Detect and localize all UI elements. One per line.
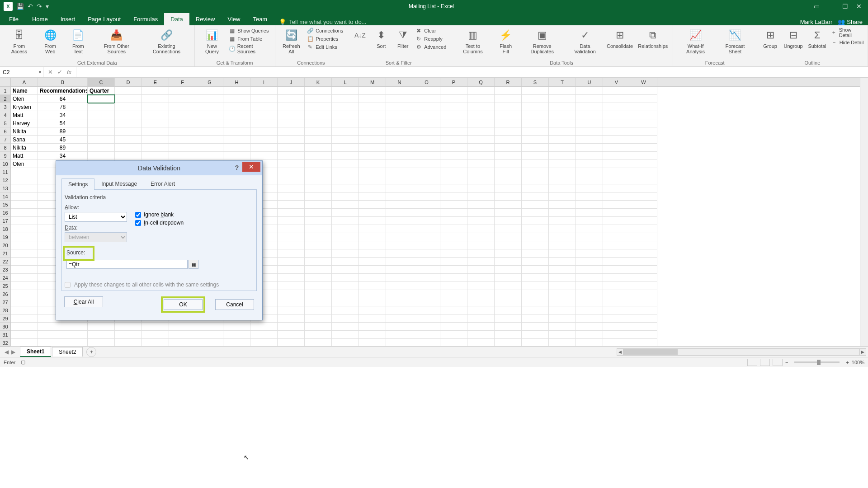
cell[interactable] [250, 103, 278, 111]
advanced-filter-button[interactable]: ⚙Advanced [415, 43, 446, 51]
cell[interactable] [440, 152, 467, 160]
cell[interactable] [250, 111, 278, 119]
row-header[interactable]: 27 [0, 298, 10, 306]
cell[interactable] [38, 323, 88, 331]
cell[interactable] [495, 87, 522, 95]
cell[interactable] [576, 249, 603, 258]
cell[interactable] [386, 152, 413, 160]
new-query-button[interactable]: 📊New Query [198, 27, 226, 55]
cell[interactable] [332, 152, 359, 160]
cell[interactable] [522, 241, 549, 249]
cell[interactable] [11, 201, 38, 209]
from-table-button[interactable]: ▦From Table [228, 35, 271, 42]
cell[interactable] [115, 87, 142, 95]
cell[interactable] [278, 241, 305, 249]
cell[interactable] [603, 217, 630, 225]
cell[interactable] [359, 290, 386, 298]
cell[interactable] [467, 290, 495, 298]
cell[interactable] [386, 103, 413, 111]
cell[interactable] [630, 339, 657, 346]
cell[interactable] [305, 290, 332, 298]
cell[interactable] [278, 95, 305, 103]
cell[interactable] [386, 274, 413, 282]
cell[interactable] [305, 225, 332, 233]
row-header[interactable]: 30 [0, 323, 10, 331]
cell[interactable] [413, 192, 440, 201]
cell[interactable]: Matt [11, 152, 38, 160]
cell[interactable] [359, 103, 386, 111]
cell[interactable] [359, 282, 386, 290]
cell[interactable] [386, 111, 413, 119]
cell[interactable]: Krysten [11, 103, 38, 111]
row-header[interactable]: 4 [0, 111, 10, 119]
cell[interactable] [278, 201, 305, 209]
cell[interactable] [630, 298, 657, 306]
cell[interactable]: 54 [38, 119, 88, 127]
cell[interactable] [522, 323, 549, 331]
cell[interactable] [630, 306, 657, 314]
cell[interactable]: 34 [38, 111, 88, 119]
minimize-icon[interactable]: — [828, 3, 834, 10]
cell[interactable] [495, 323, 522, 331]
cell[interactable] [278, 217, 305, 225]
row-header[interactable]: 21 [0, 249, 10, 258]
cell[interactable] [278, 152, 305, 160]
cell[interactable] [630, 241, 657, 249]
row-header[interactable]: 19 [0, 233, 10, 241]
cell[interactable] [467, 192, 495, 201]
cell[interactable] [413, 168, 440, 176]
clear-all-button[interactable]: Clear All [64, 296, 103, 307]
cell[interactable] [305, 192, 332, 201]
share-button[interactable]: 👥 Share [838, 19, 863, 25]
cell[interactable] [549, 136, 576, 144]
cell[interactable] [305, 87, 332, 95]
cell[interactable] [332, 249, 359, 258]
settings-tab[interactable]: Settings [61, 178, 94, 190]
column-header[interactable]: L [332, 78, 359, 86]
cell[interactable] [549, 298, 576, 306]
user-name[interactable]: Mark LaBarr [800, 19, 833, 25]
cell[interactable] [467, 225, 495, 233]
cell[interactable] [630, 136, 657, 144]
cell[interactable] [305, 152, 332, 160]
cell[interactable] [332, 282, 359, 290]
row-header[interactable]: 7 [0, 136, 10, 144]
cell[interactable] [359, 192, 386, 201]
cell[interactable] [495, 103, 522, 111]
cell[interactable] [250, 127, 278, 136]
cell[interactable] [495, 290, 522, 298]
cell[interactable] [522, 282, 549, 290]
cell[interactable] [440, 274, 467, 282]
cell[interactable] [576, 136, 603, 144]
cell[interactable]: Name [11, 87, 38, 95]
cell[interactable] [576, 323, 603, 331]
cell[interactable] [440, 217, 467, 225]
cell[interactable] [305, 111, 332, 119]
cell[interactable] [495, 282, 522, 290]
cell[interactable] [576, 314, 603, 323]
cell[interactable]: 89 [38, 127, 88, 136]
cell[interactable] [386, 331, 413, 339]
cell[interactable] [467, 111, 495, 119]
cell[interactable] [11, 290, 38, 298]
cell[interactable] [332, 111, 359, 119]
tab-formulas[interactable]: Formulas [127, 13, 164, 25]
cell[interactable] [332, 136, 359, 144]
clear-filter-button[interactable]: ✖Clear [415, 27, 446, 34]
row-header[interactable]: 5 [0, 119, 10, 127]
cell[interactable] [467, 274, 495, 282]
cell[interactable] [115, 136, 142, 144]
cell[interactable] [142, 136, 169, 144]
cell[interactable] [278, 160, 305, 168]
cell[interactable] [169, 111, 196, 119]
sort-button[interactable]: ⬍Sort [372, 27, 391, 50]
cell[interactable] [250, 152, 278, 160]
cell[interactable] [440, 184, 467, 192]
cell[interactable] [440, 266, 467, 274]
cell[interactable] [440, 282, 467, 290]
cell[interactable] [630, 290, 657, 298]
cell[interactable] [88, 152, 115, 160]
cell[interactable] [386, 160, 413, 168]
cell[interactable] [576, 298, 603, 306]
cell[interactable] [169, 119, 196, 127]
